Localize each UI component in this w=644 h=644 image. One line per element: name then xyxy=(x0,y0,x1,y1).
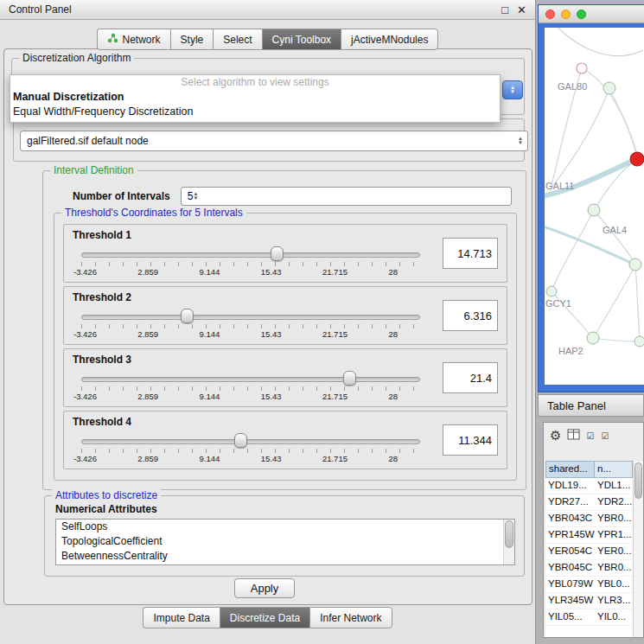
slider-track[interactable] xyxy=(81,439,420,444)
cell[interactable]: YLR3... xyxy=(595,593,633,609)
table-row[interactable]: YDR27...YDR2... xyxy=(545,494,633,511)
slider-thumb[interactable] xyxy=(181,309,194,323)
cell[interactable]: YER054C xyxy=(545,544,595,559)
tab-discretize-data[interactable]: Discretize Data xyxy=(220,607,309,628)
table-scrollbar[interactable] xyxy=(633,461,643,637)
cell[interactable]: YIL05... xyxy=(545,609,595,625)
cell[interactable]: YDL1... xyxy=(595,478,633,494)
table-panel-header[interactable]: Table Panel xyxy=(538,394,644,417)
cell[interactable]: YBL079W xyxy=(545,577,595,592)
scrollbar-thumb[interactable] xyxy=(634,462,642,499)
network-node[interactable] xyxy=(577,63,587,73)
node-label: GAL11 xyxy=(545,181,574,191)
table-row[interactable]: YER054CYER0... xyxy=(545,544,633,560)
scale-label: 28 xyxy=(388,454,398,463)
cell[interactable]: YDR27... xyxy=(545,494,595,510)
table-row[interactable]: YPR145WYPR1... xyxy=(545,527,633,544)
slider-scale: -3.4262.8599.14415.4321.71528 xyxy=(73,329,398,339)
numerical-attributes-list[interactable]: SelfLoops TopologicalCoefficient Between… xyxy=(55,519,515,565)
table-data-combo[interactable]: galFiltered.sif default node ▲ ▼ xyxy=(20,131,528,151)
threshold-1-panel: Threshold 1 -3.4262.8599.14415.4321.7152… xyxy=(63,224,507,283)
popup-option-equal-width-frequency[interactable]: Equal Width/Frequency Discretization xyxy=(10,105,500,119)
slider-thumb[interactable] xyxy=(234,433,247,448)
apply-button[interactable]: Apply xyxy=(234,578,295,598)
network-node[interactable] xyxy=(603,82,615,94)
table-row[interactable]: YBL079WYBL0... xyxy=(545,577,633,593)
cell[interactable]: YPR1... xyxy=(595,527,633,543)
tab-impute-data[interactable]: Impute Data xyxy=(143,607,219,628)
select-none-checkbox-icon[interactable]: ☑ xyxy=(601,431,609,441)
table-row[interactable]: YBR043CYBR0... xyxy=(545,511,633,527)
cell[interactable]: YBR0... xyxy=(595,560,633,576)
stepper-icon: ▲ ▼ xyxy=(193,192,198,201)
stepper-down-icon: ▼ xyxy=(510,90,515,94)
tab-network[interactable]: Network xyxy=(97,29,170,50)
threshold-1-slider[interactable]: -3.4262.8599.14415.4321.71528 xyxy=(81,249,420,278)
cell[interactable]: YBL0... xyxy=(595,577,633,592)
network-icon xyxy=(107,33,118,46)
network-node[interactable] xyxy=(587,332,599,344)
tab-style[interactable]: Style xyxy=(170,29,214,50)
float-window-icon[interactable]: □ xyxy=(501,3,508,16)
list-item[interactable]: BetweennessCentrality xyxy=(56,549,514,564)
slider-track[interactable] xyxy=(81,315,420,320)
network-canvas[interactable]: GAL80 GAL11 GAL4 GCY1 HAP2 xyxy=(545,28,644,385)
slider-thumb[interactable] xyxy=(343,371,356,386)
tab-select[interactable]: Select xyxy=(213,29,261,50)
network-node[interactable] xyxy=(588,204,600,216)
slider-track[interactable] xyxy=(81,252,420,258)
threshold-2-slider[interactable]: -3.4262.8599.14415.4321.71528 xyxy=(81,311,420,341)
columns-icon[interactable] xyxy=(567,428,580,443)
slider-track[interactable] xyxy=(81,377,420,382)
list-scrollbar[interactable] xyxy=(503,520,514,564)
table-row[interactable]: YIL05...YIL0... xyxy=(545,609,633,626)
column-header-name[interactable]: n... xyxy=(595,461,633,478)
network-node[interactable] xyxy=(634,336,644,347)
list-item[interactable]: SelfLoops xyxy=(56,520,514,534)
list-item[interactable]: TopologicalCoefficient xyxy=(56,534,514,549)
cell[interactable]: YBR0... xyxy=(595,511,633,526)
cell[interactable]: YPR145W xyxy=(545,527,595,543)
number-of-intervals-combo[interactable]: 5 ▲ ▼ xyxy=(181,187,512,206)
threshold-4-value-input[interactable] xyxy=(443,424,498,456)
cell[interactable]: YER0... xyxy=(595,544,633,559)
cell[interactable]: YBR043C xyxy=(545,511,595,526)
bottom-tab-bar: Impute Data Discretize Data Infer Networ… xyxy=(0,607,535,628)
tab-infer-network[interactable]: Infer Network xyxy=(309,607,392,628)
scrollbar-thumb[interactable] xyxy=(505,520,513,548)
tab-cyni-toolbox[interactable]: Cyni Toolbox xyxy=(262,29,341,50)
scale-label: 9.144 xyxy=(200,329,220,339)
close-icon[interactable]: ✕ xyxy=(517,3,526,16)
threshold-3-slider[interactable]: -3.4262.8599.14415.4321.71528 xyxy=(81,373,420,403)
cell[interactable]: YLR345W xyxy=(545,593,595,609)
slider-thumb[interactable] xyxy=(271,246,284,261)
table-row[interactable]: YDL19...YDL1... xyxy=(545,478,633,494)
threshold-4-slider[interactable]: -3.4262.8599.14415.4321.71528 xyxy=(81,436,420,465)
algorithm-combo-button[interactable]: ▲ ▼ xyxy=(502,80,523,99)
control-panel-titlebar[interactable]: Control Panel □ ✕ xyxy=(0,0,535,20)
cell[interactable]: YBR045C xyxy=(545,560,595,576)
threshold-2-value-input[interactable] xyxy=(443,300,498,331)
scale-label: 9.144 xyxy=(200,454,220,463)
network-node[interactable] xyxy=(546,286,557,296)
threshold-3-value-input[interactable] xyxy=(443,362,498,393)
close-traffic-light-icon[interactable] xyxy=(545,10,555,19)
select-all-checkbox-icon[interactable]: ☑ xyxy=(586,431,595,441)
table-row[interactable]: YBR045CYBR0... xyxy=(545,560,633,577)
cell[interactable]: YDL19... xyxy=(545,478,595,494)
column-header-shared-name[interactable]: shared... xyxy=(545,461,595,478)
scale-label: 28 xyxy=(388,329,398,339)
table-row[interactable]: YLR345WYLR3... xyxy=(545,593,633,609)
popup-option-manual-discretization[interactable]: Manual Discretization xyxy=(10,90,500,105)
network-node-selected-red[interactable] xyxy=(630,152,644,166)
cell[interactable]: YIL0... xyxy=(595,609,633,625)
threshold-label: Threshold 3 xyxy=(73,354,131,366)
cell[interactable]: YDR2... xyxy=(595,494,633,510)
threshold-1-value-input[interactable] xyxy=(443,238,498,269)
gear-icon[interactable]: ⚙ xyxy=(550,428,561,443)
network-window-titlebar[interactable] xyxy=(539,5,644,23)
tab-jactivemnodules[interactable]: jActiveMNodules xyxy=(341,29,438,50)
minimize-traffic-light-icon[interactable] xyxy=(561,10,571,19)
zoom-traffic-light-icon[interactable] xyxy=(577,10,586,19)
network-node[interactable] xyxy=(629,258,641,271)
